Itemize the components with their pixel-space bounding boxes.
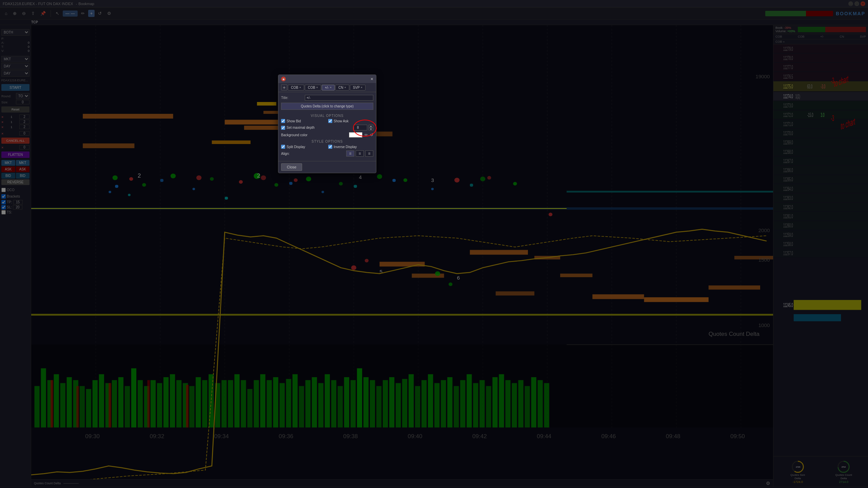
max-depth-row: Set maximal depth ▲ ▼ (281, 125, 373, 130)
align-group: ≡ ≡ ≡ (346, 150, 373, 157)
tab-cn[interactable]: CN × (335, 85, 349, 90)
bg-color-row: Background color ✏ ↺ (281, 132, 373, 138)
tab-cob-2[interactable]: COB × (305, 85, 321, 90)
tab-cn-close[interactable]: × (344, 86, 346, 89)
title-field-label: Title: (281, 96, 305, 100)
tab-svp[interactable]: SVP × (350, 85, 366, 90)
tab-pm-label: +/- (325, 86, 329, 89)
title-field-row: Title: (281, 95, 373, 101)
depth-up-btn[interactable]: ▲ (369, 125, 373, 127)
tab-cob-1-label: COB (291, 86, 298, 89)
tab-cob-2-close[interactable]: × (316, 86, 318, 89)
align-left-btn[interactable]: ≡ (346, 150, 354, 157)
modal-footer: Close (278, 161, 376, 173)
tab-cob-1-close[interactable]: × (299, 86, 301, 89)
tab-cob-2-label: COB (308, 86, 315, 89)
split-inverse-row: Split Display Inverse Display (281, 145, 373, 149)
type-change-btn[interactable]: Quotes Delta (click to change type) (281, 103, 373, 110)
show-ask-label: Show Ask (334, 119, 373, 123)
modal-close-btn[interactable]: × (371, 76, 373, 82)
align-row: Align: ≡ ≡ ≡ (281, 150, 373, 157)
modal-tabs: + COB × COB × +/- × CN × SVP × (278, 83, 376, 92)
modal-close-indicator[interactable]: ■ (281, 77, 286, 81)
title-input[interactable] (305, 95, 373, 101)
depth-value-input[interactable] (354, 125, 367, 130)
tab-pm-close[interactable]: × (330, 86, 332, 89)
inverse-display-checkbox[interactable] (328, 145, 332, 149)
tab-cob-1[interactable]: COB × (288, 85, 304, 90)
split-display-checkbox[interactable] (281, 145, 285, 149)
align-right-btn[interactable]: ≡ (365, 150, 373, 157)
tab-pm[interactable]: +/- × (322, 85, 335, 90)
tab-cn-label: CN (338, 86, 343, 89)
show-bid-checkbox[interactable] (281, 119, 285, 123)
show-ask-checkbox[interactable] (328, 119, 332, 123)
modal-body: Title: Quotes Delta (click to change typ… (278, 92, 376, 161)
modal-dialog: ■ × + COB × COB × +/- × CN × S (278, 75, 376, 173)
visual-section-title: VISUAL OPTIONS (281, 114, 373, 118)
add-tab-btn[interactable]: + (281, 84, 287, 90)
show-bid-label: Show Bid (287, 119, 326, 123)
max-depth-label: Set maximal depth (287, 126, 352, 129)
color-reset-icon[interactable]: ↺ (370, 133, 373, 137)
modal-overlay: ■ × + COB × COB × +/- × CN × S (0, 0, 868, 488)
style-section-title: STYLE OPTIONS (281, 140, 373, 143)
depth-down-btn[interactable]: ▼ (369, 128, 373, 130)
close-dialog-btn[interactable]: Close (281, 163, 302, 171)
inverse-display-label: Inverse Display (334, 145, 373, 149)
color-edit-icon[interactable]: ✏ (364, 133, 368, 137)
split-display-label: Split Display (287, 145, 326, 149)
max-depth-checkbox[interactable] (281, 126, 285, 130)
align-label: Align: (281, 152, 344, 156)
tab-svp-close[interactable]: × (361, 86, 362, 89)
show-bid-row: Show Bid Show Ask (281, 119, 373, 123)
bg-color-swatch[interactable] (349, 132, 362, 138)
bg-color-label: Background color (281, 133, 347, 137)
modal-titlebar: ■ × (278, 75, 376, 83)
align-center-btn[interactable]: ≡ (356, 150, 364, 157)
tab-svp-label: SVP (353, 86, 360, 89)
